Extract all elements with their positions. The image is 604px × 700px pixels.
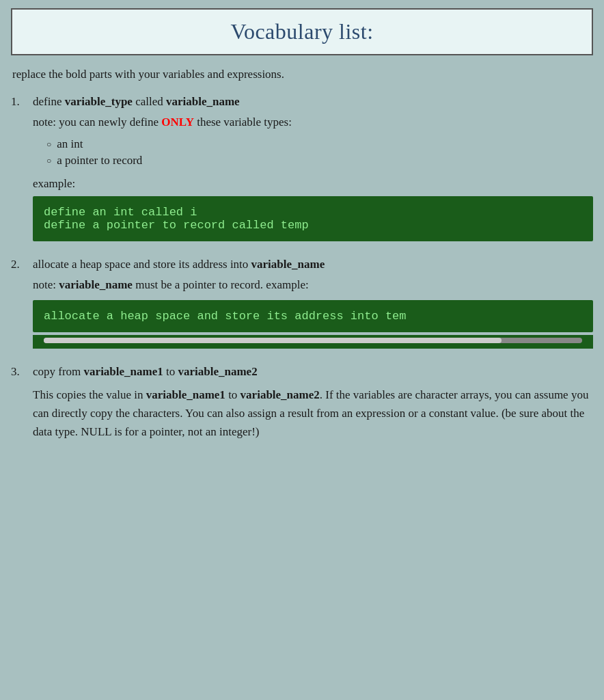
item3-bold2: variable_name2 xyxy=(178,365,257,378)
item3-content: This copies the value in variable_name1 … xyxy=(11,386,593,442)
scrollbar-track[interactable] xyxy=(44,338,582,343)
item2-code-block: allocate a heap space and store its addr… xyxy=(33,300,593,332)
item2-number: 2. xyxy=(11,258,27,271)
item1-example-label: example: xyxy=(33,177,593,191)
item1-sub-list: an int a pointer to record xyxy=(33,137,593,167)
only-text: ONLY xyxy=(161,116,194,129)
item3-para: This copies the value in variable_name1 … xyxy=(33,386,593,442)
item2-bold1: variable_name xyxy=(251,258,325,271)
intro-text: replace the bold parts with your variabl… xyxy=(11,68,593,81)
item1-bold2: variable_name xyxy=(166,95,240,108)
item2-note-bold: variable_name xyxy=(59,278,133,291)
page-title: Vocabulary list: xyxy=(26,19,578,44)
sub-item-2: a pointer to record xyxy=(46,154,593,167)
scrollbar-thumb[interactable] xyxy=(44,338,502,343)
item1-bold1: variable_type xyxy=(65,95,133,108)
sub-item-1: an int xyxy=(46,137,593,151)
item1-code-block: define an int called i define a pointer … xyxy=(33,196,593,241)
item1-content: note: you can newly define ONLY these va… xyxy=(11,116,593,241)
item2-note: note: variable_name must be a pointer to… xyxy=(33,278,593,292)
item1-number: 1. xyxy=(11,95,27,109)
item1-note: note: you can newly define ONLY these va… xyxy=(33,116,593,129)
item3-header: 3. copy from variable_name1 to variable_… xyxy=(11,365,593,379)
item3-bold1: variable_name1 xyxy=(84,365,163,378)
list-item-2: 2. allocate a heap space and store its a… xyxy=(11,258,593,349)
item1-header: 1. define variable_type called variable_… xyxy=(11,95,593,109)
item3-para-bold2: variable_name2 xyxy=(241,388,320,401)
item1-code-line-2: define a pointer to record called temp xyxy=(44,219,582,232)
main-list: 1. define variable_type called variable_… xyxy=(11,95,593,442)
item3-para-bold1: variable_name1 xyxy=(146,388,225,401)
list-item-3: 3. copy from variable_name1 to variable_… xyxy=(11,365,593,442)
item2-scrollbar-area xyxy=(33,335,593,349)
item3-number: 3. xyxy=(11,365,27,379)
title-box: Vocabulary list: xyxy=(11,8,593,55)
item2-text: allocate a heap space and store its addr… xyxy=(33,258,325,271)
item1-text: define variable_type called variable_nam… xyxy=(33,95,240,109)
item3-text: copy from variable_name1 to variable_nam… xyxy=(33,365,258,379)
item1-code-line-1: define an int called i xyxy=(44,206,582,219)
item2-content: note: variable_name must be a pointer to… xyxy=(11,278,593,349)
item2-header: 2. allocate a heap space and store its a… xyxy=(11,258,593,271)
item2-code-line-1: allocate a heap space and store its addr… xyxy=(44,310,582,323)
list-item-1: 1. define variable_type called variable_… xyxy=(11,95,593,241)
